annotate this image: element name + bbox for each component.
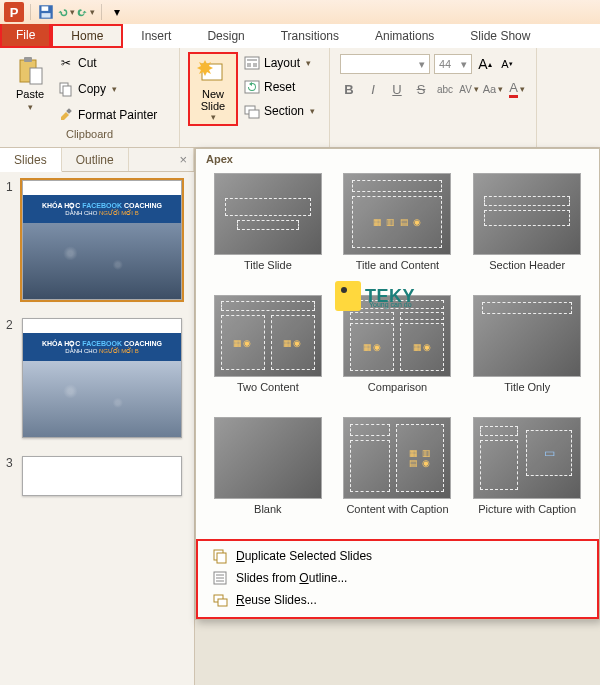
tab-insert[interactable]: Insert: [123, 24, 189, 48]
new-slide-gallery: Apex Title Slide ▦ ▥ ▤ ◉ Title and Conte…: [195, 148, 600, 620]
ribbon-tabs: File Home Insert Design Transitions Anim…: [0, 24, 600, 48]
layout-title-content[interactable]: ▦ ▥ ▤ ◉ Title and Content: [340, 173, 456, 285]
new-slide-button[interactable]: New Slide ▾: [188, 52, 238, 126]
new-slide-label: New Slide: [192, 88, 234, 112]
font-color-button[interactable]: A: [508, 80, 526, 98]
gallery-footer: Duplicate Selected Slides Slides from Ou…: [196, 539, 599, 619]
svg-rect-2: [42, 13, 51, 18]
svg-rect-24: [218, 599, 227, 606]
slide-thumbnail-2[interactable]: 2 KHÓA HỌC FACEBOOK COACHING DÀNH CHO NG…: [6, 318, 188, 438]
layout-blank[interactable]: Blank: [210, 417, 326, 529]
slide-thumbnail-1[interactable]: 1 KHÓA HỌC FACEBOOK COACHING DÀNH CHO NG…: [6, 180, 188, 300]
layout-section-header[interactable]: Section Header: [469, 173, 585, 285]
reset-label: Reset: [264, 80, 295, 94]
redo-icon[interactable]: [77, 3, 95, 21]
layout-label: Layout: [264, 56, 300, 70]
tab-animations[interactable]: Animations: [357, 24, 452, 48]
tab-home[interactable]: Home: [51, 24, 123, 48]
svg-rect-5: [30, 68, 42, 84]
app-logo-icon: P: [4, 2, 24, 22]
duplicate-slides-item[interactable]: Duplicate Selected Slides: [206, 545, 589, 567]
strike-button[interactable]: S: [412, 80, 430, 98]
italic-button[interactable]: I: [364, 80, 382, 98]
panel-tab-outline[interactable]: Outline: [62, 148, 129, 171]
panel-close-icon[interactable]: ×: [129, 148, 194, 171]
reset-button[interactable]: Reset: [244, 76, 315, 98]
underline-button[interactable]: U: [388, 80, 406, 98]
svg-rect-7: [63, 86, 71, 96]
tab-design[interactable]: Design: [189, 24, 262, 48]
reuse-icon: [212, 592, 228, 608]
paste-icon: [14, 54, 46, 86]
group-font: ▾ 44▾ A▴ A▾ B I U S abc AV Aa A: [330, 48, 537, 147]
font-size-combo[interactable]: 44▾: [434, 54, 472, 74]
group-clipboard: Paste ▾ ✂ Cut Copy Format Painter Clipbo…: [0, 48, 180, 147]
cut-button[interactable]: ✂ Cut: [58, 52, 157, 74]
section-button[interactable]: Section: [244, 100, 315, 122]
layout-title-slide[interactable]: Title Slide: [210, 173, 326, 285]
gallery-theme-name: Apex: [196, 149, 599, 167]
scissors-icon: ✂: [58, 55, 74, 71]
layout-two-content[interactable]: ▦◉▦◉ Two Content: [210, 295, 326, 407]
svg-rect-1: [42, 6, 49, 11]
layout-icon: [244, 55, 260, 71]
copy-button[interactable]: Copy: [58, 78, 157, 100]
copy-icon: [58, 81, 74, 97]
reset-icon: [244, 79, 260, 95]
slides-from-outline-item[interactable]: Slides from Outline...: [206, 567, 589, 589]
cut-label: Cut: [78, 56, 97, 70]
svg-rect-12: [247, 63, 251, 67]
slide-number: 2: [6, 318, 16, 438]
save-icon[interactable]: [37, 3, 55, 21]
change-case-button[interactable]: Aa: [484, 80, 502, 98]
format-painter-label: Format Painter: [78, 108, 157, 122]
shrink-font-icon[interactable]: A▾: [498, 55, 516, 73]
clipboard-group-title: Clipboard: [8, 126, 171, 140]
svg-rect-16: [249, 110, 259, 118]
tab-slideshow[interactable]: Slide Show: [452, 24, 548, 48]
layout-button[interactable]: Layout: [244, 52, 315, 74]
reuse-slides-item[interactable]: Reuse Slides...: [206, 589, 589, 611]
section-icon: [244, 103, 260, 119]
brush-icon: [58, 107, 74, 123]
quick-access-toolbar: P ▾: [0, 0, 600, 24]
group-slides: New Slide ▾ Layout Reset Section: [180, 48, 330, 147]
layout-picture-caption[interactable]: ▭ Picture with Caption: [469, 417, 585, 529]
layout-comparison[interactable]: ▦◉▦◉ Comparison: [340, 295, 456, 407]
tab-file[interactable]: File: [0, 24, 51, 48]
copy-label: Copy: [78, 82, 106, 96]
svg-rect-4: [24, 57, 32, 62]
layout-content-caption[interactable]: ▦ ▥▤ ◉ Content with Caption: [340, 417, 456, 529]
paste-button[interactable]: Paste ▾: [8, 52, 52, 126]
text-shadow-button[interactable]: abc: [436, 80, 454, 98]
bold-button[interactable]: B: [340, 80, 358, 98]
ribbon: Paste ▾ ✂ Cut Copy Format Painter Clipbo…: [0, 48, 600, 148]
section-label: Section: [264, 104, 304, 118]
slide-number: 3: [6, 456, 16, 496]
teky-logo-overlay: TEKY Young can do: [335, 281, 415, 311]
outline-icon: [212, 570, 228, 586]
svg-rect-18: [217, 553, 226, 563]
font-name-combo[interactable]: ▾: [340, 54, 430, 74]
duplicate-icon: [212, 548, 228, 564]
tab-transitions[interactable]: Transitions: [263, 24, 357, 48]
svg-rect-8: [66, 108, 72, 114]
teky-tagline: Young can do: [369, 301, 412, 308]
new-slide-icon: [197, 56, 229, 88]
format-painter-button[interactable]: Format Painter: [58, 104, 157, 126]
layout-title-only[interactable]: Title Only: [469, 295, 585, 407]
undo-icon[interactable]: [57, 3, 75, 21]
slides-panel: Slides Outline × 1 KHÓA HỌC FACEBOOK COA…: [0, 148, 195, 685]
panel-tab-slides[interactable]: Slides: [0, 148, 62, 172]
svg-rect-13: [253, 63, 257, 67]
font-size-value: 44: [439, 58, 451, 70]
teky-icon: [335, 281, 361, 311]
char-spacing-button[interactable]: AV: [460, 80, 478, 98]
paste-label: Paste: [16, 88, 44, 100]
qat-customize-icon[interactable]: ▾: [108, 3, 126, 21]
slide-thumbnail-3[interactable]: 3: [6, 456, 188, 496]
grow-font-icon[interactable]: A▴: [476, 55, 494, 73]
slide-number: 1: [6, 180, 16, 300]
svg-rect-11: [247, 59, 257, 61]
